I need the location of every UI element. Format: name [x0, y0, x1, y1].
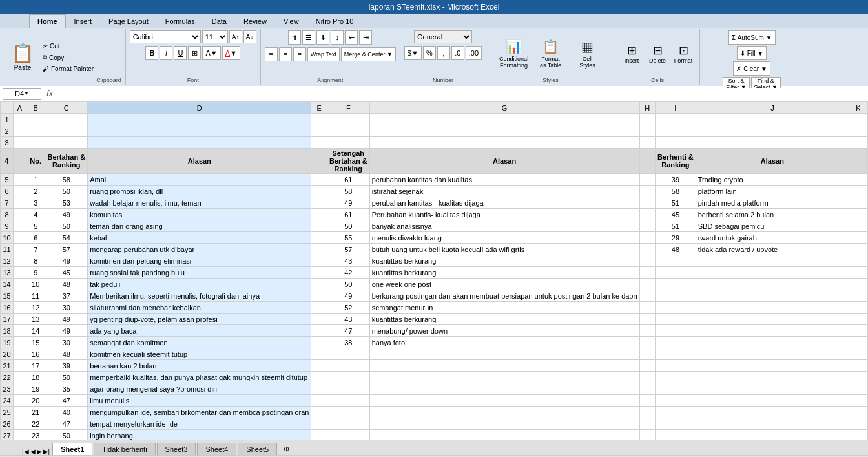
cell-j1[interactable]	[696, 114, 849, 125]
cell-h15[interactable]	[639, 290, 655, 302]
cell-b18[interactable]: 14	[26, 325, 45, 337]
cell-d5[interactable]: Amal	[88, 174, 311, 186]
cell-c2[interactable]	[45, 125, 88, 137]
cell-h2[interactable]	[639, 125, 655, 137]
conditional-formatting-button[interactable]: 📊 ConditionalFormatting	[496, 36, 532, 72]
cell-f15[interactable]: 49	[327, 290, 369, 302]
cell-f14[interactable]: 50	[327, 279, 369, 290]
cell-b25[interactable]: 21	[26, 407, 45, 418]
cell-d19[interactable]: semangat dan komitmen	[88, 337, 311, 348]
cell-b24[interactable]: 20	[26, 395, 45, 407]
cell-c7[interactable]: 53	[45, 197, 88, 209]
cell-a6[interactable]	[14, 186, 26, 197]
cell-i2[interactable]	[656, 125, 696, 137]
cell-e7[interactable]	[311, 197, 327, 209]
cell-d23[interactable]: agar orang mengenal saya ?promosi diri	[88, 383, 311, 395]
cell-j9[interactable]: SBD sebagai pemicu	[696, 220, 849, 232]
cell-k22[interactable]	[849, 372, 868, 383]
cell-i4[interactable]: Berhenti &Ranking	[656, 149, 696, 174]
tab-next-arrow[interactable]: ▶	[37, 448, 42, 455]
cell-j18[interactable]	[696, 325, 849, 337]
cell-g1[interactable]	[369, 114, 639, 125]
cell-i3[interactable]	[656, 137, 696, 149]
align-center-button[interactable]: ≡	[279, 47, 292, 61]
cell-b13[interactable]: 9	[26, 267, 45, 279]
cell-b26[interactable]: 22	[26, 418, 45, 430]
cell-c8[interactable]: 49	[45, 209, 88, 220]
cell-g14[interactable]: one week one post	[369, 279, 639, 290]
cell-c22[interactable]: 50	[45, 372, 88, 383]
cell-g12[interactable]: kuantittas berkurang	[369, 255, 639, 267]
cell-e2[interactable]	[311, 125, 327, 137]
cell-c23[interactable]: 35	[45, 383, 88, 395]
cell-j8[interactable]: berhenti selama 2 bulan	[696, 209, 849, 220]
cell-j17[interactable]	[696, 314, 849, 325]
cell-i19[interactable]	[656, 337, 696, 348]
cell-f16[interactable]: 52	[327, 302, 369, 314]
cell-a13[interactable]	[14, 267, 26, 279]
cell-a15[interactable]	[14, 290, 26, 302]
cell-f6[interactable]: 58	[327, 186, 369, 197]
cell-d17[interactable]: yg penting diup-vote, pelamiasan profesi	[88, 314, 311, 325]
name-box[interactable]: D4 ▼	[3, 88, 41, 100]
cell-i27[interactable]	[656, 430, 696, 440]
cell-e14[interactable]	[311, 279, 327, 290]
cell-g25[interactable]	[369, 407, 639, 418]
row-num-11[interactable]: 11	[1, 244, 14, 255]
cell-g27[interactable]	[369, 430, 639, 440]
copy-button[interactable]: ⧉ Copy	[40, 52, 96, 63]
cell-k26[interactable]	[849, 418, 868, 430]
cell-h6[interactable]	[639, 186, 655, 197]
underline-button[interactable]: U	[174, 46, 187, 60]
cell-k5[interactable]	[849, 174, 868, 186]
cell-c16[interactable]: 30	[45, 302, 88, 314]
cell-j5[interactable]: Trading crypto	[696, 174, 849, 186]
cell-k1[interactable]	[849, 114, 868, 125]
row-num-17[interactable]: 17	[1, 314, 14, 325]
cell-i7[interactable]: 51	[656, 197, 696, 209]
indent-increase-button[interactable]: ⇥	[359, 30, 372, 45]
insert-button[interactable]: ⊞ Insert	[619, 36, 644, 72]
cell-i12[interactable]	[656, 255, 696, 267]
row-num-8[interactable]: 8	[1, 209, 14, 220]
cell-c10[interactable]: 54	[45, 232, 88, 244]
cell-i13[interactable]	[656, 267, 696, 279]
cell-b21[interactable]: 17	[26, 360, 45, 372]
cell-g16[interactable]: semangat menurun	[369, 302, 639, 314]
cell-j14[interactable]	[696, 279, 849, 290]
tab-first-arrow[interactable]: |◀	[22, 448, 29, 455]
cell-a19[interactable]	[14, 337, 26, 348]
cell-d21[interactable]: bertahan kan 2 bulan	[88, 360, 311, 372]
cell-b3[interactable]	[26, 137, 45, 149]
row-num-5[interactable]: 5	[1, 174, 14, 186]
cut-button[interactable]: ✂ Cut	[40, 41, 96, 51]
cell-j23[interactable]	[696, 383, 849, 395]
cell-c17[interactable]: 49	[45, 314, 88, 325]
cell-f10[interactable]: 55	[327, 232, 369, 244]
cell-d13[interactable]: ruang sosial tak pandang bulu	[88, 267, 311, 279]
cell-j2[interactable]	[696, 125, 849, 137]
col-header-h[interactable]: H	[639, 102, 655, 114]
cell-j11[interactable]: tidak ada reward / upvote	[696, 244, 849, 255]
cell-a23[interactable]	[14, 383, 26, 395]
cell-h26[interactable]	[639, 418, 655, 430]
autosum-button[interactable]: Σ AutoSum ▼	[728, 30, 776, 45]
font-size-select[interactable]: 11	[202, 30, 228, 43]
cell-e19[interactable]	[311, 337, 327, 348]
cell-b6[interactable]: 2	[26, 186, 45, 197]
row-num-24[interactable]: 24	[1, 395, 14, 407]
cell-g17[interactable]: kuantittas berkurang	[369, 314, 639, 325]
indent-decrease-button[interactable]: ⇤	[345, 30, 358, 45]
cell-h17[interactable]	[639, 314, 655, 325]
cell-c1[interactable]	[45, 114, 88, 125]
cell-b19[interactable]: 15	[26, 337, 45, 348]
italic-button[interactable]: I	[160, 46, 172, 60]
cell-h12[interactable]	[639, 255, 655, 267]
cell-g11[interactable]: butuh uang untuk beli kuota kecuali ada …	[369, 244, 639, 255]
cell-e26[interactable]	[311, 418, 327, 430]
row-num-9[interactable]: 9	[1, 220, 14, 232]
cell-d26[interactable]: tempat menyelurkan ide-ide	[88, 418, 311, 430]
cell-f26[interactable]	[327, 418, 369, 430]
cell-b7[interactable]: 3	[26, 197, 45, 209]
cell-h4[interactable]	[639, 149, 655, 174]
